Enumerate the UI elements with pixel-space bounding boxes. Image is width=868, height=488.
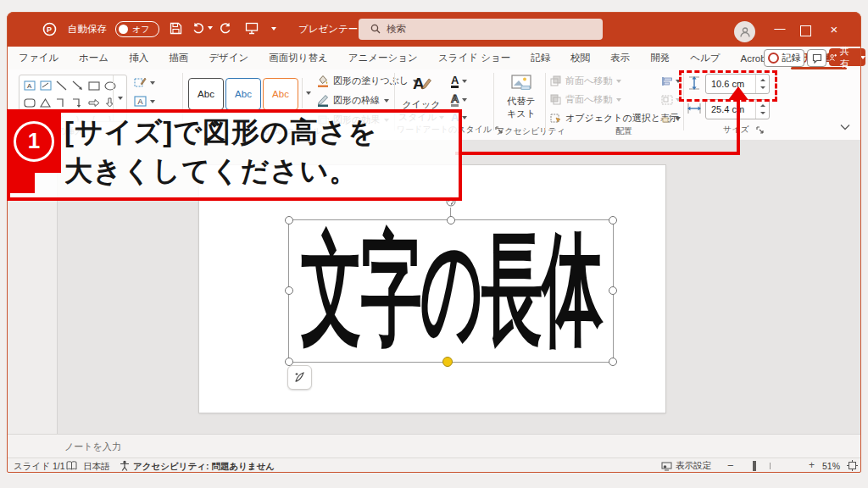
textbox-shape-icon[interactable]: A	[21, 78, 37, 93]
selected-textbox[interactable]: 文字の長体	[288, 219, 614, 363]
zoom-slider-thumb[interactable]	[753, 461, 756, 471]
shape-style-preset-1[interactable]: Abc	[188, 78, 224, 110]
resize-handle-bottom-right[interactable]	[609, 358, 617, 366]
shape-width-icon	[687, 101, 702, 119]
shape-style-preset-2[interactable]: Abc	[225, 78, 261, 110]
resize-handle-top-left[interactable]	[285, 216, 293, 225]
text-outline-button[interactable]: A	[451, 93, 467, 107]
maximize-button[interactable]	[800, 25, 811, 36]
shape-outline-caret	[384, 99, 389, 103]
resize-handle-middle-right[interactable]	[609, 286, 617, 295]
resize-handle-middle-left[interactable]	[285, 286, 293, 295]
accessibility-icon	[120, 460, 130, 473]
horizontal-textbox-icon[interactable]	[37, 78, 53, 93]
redo-button[interactable]	[219, 21, 232, 38]
group-objects-button[interactable]	[661, 95, 681, 105]
start-slideshow-button[interactable]	[245, 21, 259, 38]
text-effects-caret	[462, 116, 467, 119]
shape-styles-gallery-more[interactable]	[302, 78, 314, 108]
adjust-handle[interactable]	[442, 357, 453, 367]
annotation-connector-horizontal	[455, 152, 740, 155]
resize-handle-top-center[interactable]	[447, 216, 455, 225]
save-button[interactable]	[170, 22, 182, 38]
svg-text:A: A	[27, 82, 32, 90]
record-button[interactable]: 記録	[764, 49, 804, 67]
alt-text-button[interactable]: 代替テ キスト	[498, 75, 544, 120]
fit-slide-button[interactable]	[847, 460, 858, 473]
width-spinner[interactable]	[755, 100, 769, 119]
edit-shape-button[interactable]	[134, 76, 155, 89]
toggle-knob	[119, 25, 128, 34]
rotate-objects-button[interactable]	[661, 114, 681, 124]
language-indicator[interactable]: 日本語	[83, 461, 110, 473]
tab-help[interactable]: ヘルプ	[688, 52, 721, 64]
tab-insert[interactable]: 挿入	[127, 52, 150, 64]
display-settings-label: 表示設定	[676, 460, 711, 472]
selection-pane-button[interactable]: オブジェクトの選択と表示	[550, 112, 679, 125]
share-button[interactable]: 共有	[829, 48, 865, 66]
zoom-level[interactable]: 51%	[822, 461, 840, 471]
tab-review[interactable]: 校閲	[569, 52, 592, 64]
slide-counter[interactable]: スライド 1/1	[14, 461, 65, 473]
tab-file[interactable]: ファイル	[17, 52, 60, 64]
tab-view[interactable]: 表示	[609, 52, 632, 64]
powerpoint-app-icon[interactable]: P	[42, 22, 57, 40]
undo-button[interactable]	[192, 21, 213, 35]
right-arrow-shape-icon[interactable]	[86, 95, 102, 110]
minimize-button[interactable]: —	[768, 22, 792, 35]
search-input[interactable]: 検索	[359, 19, 603, 40]
account-avatar[interactable]	[734, 21, 755, 42]
close-button[interactable]: ×	[822, 22, 846, 36]
alt-text-icon	[511, 75, 531, 92]
triangle-shape-icon[interactable]	[37, 95, 53, 110]
size-dialog-launcher-icon[interactable]	[756, 126, 764, 134]
elbow-arrow-connector-icon[interactable]	[70, 95, 86, 110]
group-objects-icon	[661, 95, 673, 105]
collapse-ribbon-chevron[interactable]	[840, 119, 850, 134]
display-settings-button[interactable]: 表示設定	[661, 460, 711, 472]
tab-transitions[interactable]: 画面切り替え	[267, 52, 330, 64]
accessibility-status[interactable]: アクセシビリティ: 問題ありません	[133, 461, 275, 473]
tab-record[interactable]: 記録	[529, 52, 552, 64]
tab-design[interactable]: デザイン	[207, 52, 250, 64]
draw-textbox-button[interactable]: A	[134, 96, 155, 107]
quick-ink-button[interactable]	[287, 365, 312, 390]
record-button-label: 記録	[782, 52, 801, 64]
send-backward-button[interactable]: 背面へ移動	[550, 93, 621, 106]
rotate-icon	[661, 114, 673, 124]
align-objects-button[interactable]	[661, 76, 681, 86]
line-shape-icon[interactable]	[53, 78, 70, 93]
slide-canvas[interactable]: 文字の長体	[199, 165, 665, 413]
tab-home[interactable]: ホーム	[77, 52, 110, 64]
resize-handle-top-right[interactable]	[609, 216, 617, 225]
bring-forward-button[interactable]: 前面へ移動	[550, 75, 621, 87]
notes-pane[interactable]: ノートを入力	[7, 434, 861, 458]
zoom-in-button[interactable]: +	[809, 459, 815, 471]
annotation-step-badge: 1	[7, 109, 61, 173]
arrow-line-shape-icon[interactable]	[70, 78, 86, 93]
shape-style-preset-3[interactable]: Abc	[263, 78, 298, 110]
group-label-arrange: 配置	[615, 125, 632, 137]
group-separator	[493, 73, 494, 130]
resize-handle-bottom-left[interactable]	[285, 358, 293, 366]
quick-access-dropdown-caret[interactable]	[271, 27, 276, 30]
text-fill-button[interactable]: A	[451, 75, 467, 88]
shape-outline-label: 図形の枠線	[333, 94, 380, 107]
tab-slideshow[interactable]: スライド ショー	[437, 52, 512, 64]
svg-text:A: A	[413, 75, 425, 92]
comment-icon	[812, 53, 822, 64]
send-backward-icon	[550, 94, 561, 105]
tab-developer[interactable]: 開発	[648, 52, 671, 64]
shape-outline-button[interactable]: 図形の枠線	[317, 94, 389, 107]
tab-animations[interactable]: アニメーション	[347, 52, 420, 64]
elbow-connector-icon[interactable]	[53, 95, 70, 110]
slide-text[interactable]: 文字の長体	[292, 208, 609, 374]
tab-draw[interactable]: 描画	[167, 52, 190, 64]
autosave-toggle[interactable]: オフ	[115, 21, 159, 37]
spellcheck-book-icon[interactable]	[66, 461, 77, 472]
comments-button[interactable]	[807, 49, 826, 67]
edit-shape-icon	[134, 76, 147, 89]
rounded-rectangle-shape-icon[interactable]	[21, 95, 37, 110]
rectangle-shape-icon[interactable]	[86, 78, 102, 93]
zoom-out-button[interactable]: −	[727, 459, 734, 472]
